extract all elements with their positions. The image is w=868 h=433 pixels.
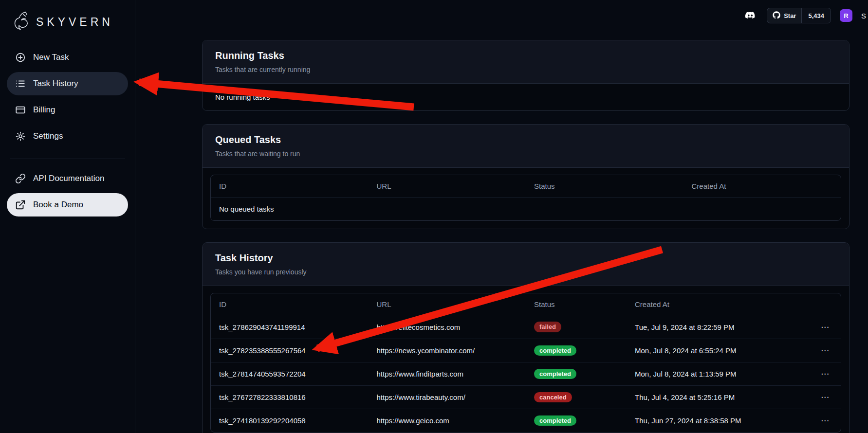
task-created-cell: Thu, Jul 4, 2024 at 5:25:16 PM	[627, 390, 810, 404]
task-status-cell: completed	[526, 343, 627, 359]
task-created-cell: Tue, Jul 9, 2024 at 8:22:59 PM	[627, 320, 810, 334]
history-table-body: tsk_278629043741199914 https://elitecosm…	[211, 315, 841, 432]
task-actions-cell: ⋯	[810, 389, 841, 406]
row-actions-button[interactable]: ⋯	[818, 345, 833, 356]
empty-state-text: No queued tasks	[211, 202, 282, 216]
task-url-cell: https://www.geico.com	[369, 414, 526, 428]
column-header-created-at: Created At	[683, 179, 841, 193]
column-header-actions	[810, 302, 841, 307]
user-avatar[interactable]: R	[840, 9, 852, 22]
sidebar-item-label: Billing	[33, 105, 55, 115]
discord-icon[interactable]	[742, 8, 758, 23]
task-url-cell: https://www.finditparts.com	[369, 367, 526, 381]
table-row[interactable]: tsk_276727822333810816 https://www.tirab…	[211, 385, 841, 409]
task-url-cell: https://news.ycombinator.com/	[369, 343, 526, 358]
sidebar: SKYVERN New Task Task History Billing	[0, 0, 135, 433]
sidebar-item-task-history[interactable]: Task History	[7, 72, 128, 95]
queued-tasks-table: ID URL Status Created At No queued tasks	[210, 175, 841, 221]
row-actions-button[interactable]: ⋯	[818, 392, 833, 403]
task-id-cell: tsk_278629043741199914	[211, 320, 369, 334]
table-row[interactable]: tsk_278629043741199914 https://elitecosm…	[211, 315, 841, 339]
task-actions-cell: ⋯	[810, 319, 841, 336]
task-status-cell: completed	[526, 413, 627, 429]
column-header-url: URL	[369, 297, 526, 311]
table-header-row: ID URL Status Created At	[211, 175, 841, 197]
external-link-icon	[15, 199, 26, 210]
gear-icon	[15, 131, 26, 142]
task-url-cell: https://elitecosmetics.com	[369, 320, 526, 334]
row-actions-button[interactable]: ⋯	[818, 415, 833, 426]
queued-tasks-card: Queued Tasks Tasks that are waiting to r…	[202, 124, 850, 229]
sidebar-nav: New Task Task History Billing	[7, 46, 128, 151]
task-actions-cell: ⋯	[810, 412, 841, 429]
task-actions-cell: ⋯	[810, 342, 841, 359]
github-star-label: Star	[784, 12, 796, 19]
card-title: Task History	[215, 253, 836, 264]
sidebar-item-label: Settings	[33, 131, 63, 141]
table-row[interactable]: tsk_278147405593572204 https://www.findi…	[211, 362, 841, 385]
brand-name: SKYVERN	[36, 16, 113, 29]
row-actions-button[interactable]: ⋯	[818, 322, 833, 333]
main-content: Star 5,434 R S Running Tasks Tasks that …	[135, 0, 868, 433]
task-id-cell: tsk_274180139292204058	[211, 414, 369, 428]
sidebar-item-billing[interactable]: Billing	[7, 98, 128, 122]
table-header-row: ID URL Status Created At	[211, 293, 841, 315]
card-title: Queued Tasks	[215, 134, 836, 145]
task-history-table: ID URL Status Created At tsk_27862904374…	[210, 293, 841, 433]
github-star-button[interactable]: Star 5,434	[767, 8, 831, 23]
task-url-cell: https://www.tirabeauty.com/	[369, 390, 526, 404]
task-created-cell: Mon, Jul 8, 2024 at 6:55:24 PM	[627, 343, 810, 358]
sidebar-item-label: New Task	[33, 53, 69, 62]
row-actions-button[interactable]: ⋯	[818, 368, 833, 379]
status-badge: canceled	[534, 392, 572, 403]
status-badge: completed	[534, 415, 576, 426]
status-badge: completed	[534, 345, 576, 356]
list-icon	[15, 78, 26, 89]
empty-state-text: No running tasks	[215, 93, 836, 101]
user-name-partial: S	[861, 12, 866, 20]
running-tasks-body: No running tasks	[203, 84, 849, 110]
status-badge: failed	[534, 322, 561, 332]
sidebar-item-api-documentation[interactable]: API Documentation	[7, 167, 128, 190]
task-history-body: ID URL Status Created At tsk_27862904374…	[203, 286, 849, 433]
link-icon	[15, 173, 26, 184]
sidebar-item-settings[interactable]: Settings	[7, 125, 128, 148]
card-subtitle: Tasks you have run previously	[215, 268, 836, 276]
brand-logo[interactable]: SKYVERN	[7, 8, 128, 46]
column-header-id: ID	[211, 297, 369, 311]
card-subtitle: Tasks that are waiting to run	[215, 150, 836, 158]
table-row[interactable]: tsk_278235388555267564 https://news.ycom…	[211, 339, 841, 362]
column-header-status: Status	[526, 179, 683, 193]
skyvern-dragon-icon	[10, 10, 31, 34]
card-title: Running Tasks	[215, 50, 836, 61]
task-history-header: Task History Tasks you have run previous…	[203, 243, 849, 286]
task-history-card: Task History Tasks you have run previous…	[202, 242, 850, 433]
task-status-cell: completed	[526, 366, 627, 382]
task-id-cell: tsk_278147405593572204	[211, 367, 369, 381]
book-a-demo-button[interactable]: Book a Demo	[7, 193, 128, 216]
github-star-count: 5,434	[801, 8, 831, 23]
queued-tasks-header: Queued Tasks Tasks that are waiting to r…	[203, 125, 849, 168]
sidebar-item-new-task[interactable]: New Task	[7, 46, 128, 69]
card-subtitle: Tasks that are currently running	[215, 66, 836, 73]
column-header-url: URL	[369, 179, 526, 193]
task-id-cell: tsk_276727822333810816	[211, 390, 369, 404]
empty-row: No queued tasks	[211, 197, 841, 220]
column-header-status: Status	[526, 297, 627, 311]
task-status-cell: failed	[526, 319, 627, 335]
sidebar-item-label: API Documentation	[33, 174, 104, 183]
sidebar-divider	[10, 159, 125, 159]
task-actions-cell: ⋯	[810, 365, 841, 382]
running-tasks-header: Running Tasks Tasks that are currently r…	[203, 40, 849, 84]
github-logo-icon	[773, 11, 780, 20]
topbar: Star 5,434 R S	[135, 8, 868, 23]
sidebar-item-label: Task History	[33, 79, 78, 89]
task-id-cell: tsk_278235388555267564	[211, 343, 369, 358]
table-row[interactable]: tsk_274180139292204058 https://www.geico…	[211, 409, 841, 432]
column-header-created-at: Created At	[627, 297, 810, 311]
column-header-id: ID	[211, 179, 369, 193]
sidebar-item-label: Book a Demo	[33, 200, 83, 210]
queued-tasks-body: ID URL Status Created At No queued tasks	[203, 168, 849, 229]
credit-card-icon	[15, 105, 26, 115]
app-root: SKYVERN New Task Task History Billing	[0, 0, 868, 433]
